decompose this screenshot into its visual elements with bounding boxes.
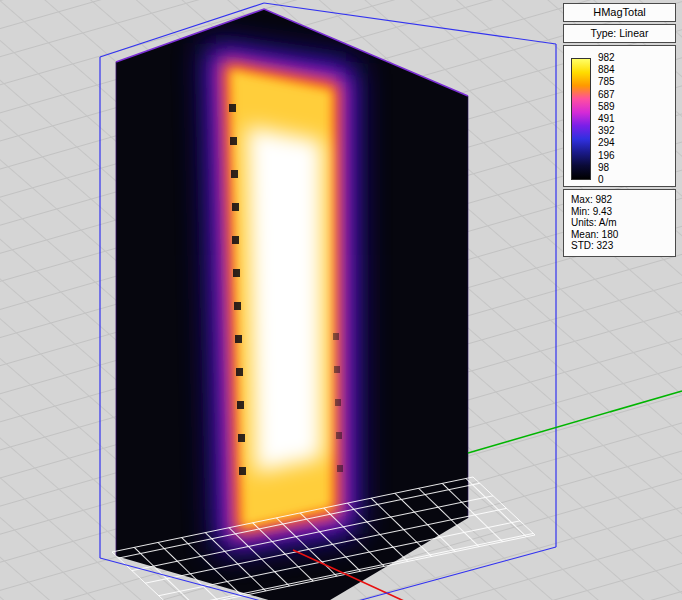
- tick-label: 884: [598, 65, 615, 75]
- stat-units: Units: A/m: [571, 217, 673, 229]
- field-magnitude-glow: [205, 42, 357, 553]
- legend-title: HMagTotal: [593, 6, 646, 18]
- tick-label: 0: [598, 175, 615, 185]
- legend-tick-labels: 982 884 785 687 589 491 392 294 196 98 0: [598, 53, 615, 185]
- stat-min: Min: 9.43: [571, 206, 673, 218]
- field-plot-legend[interactable]: HMagTotal Type: Linear 982 884 785 687 5…: [563, 3, 676, 259]
- stat-mean: Mean: 180: [571, 229, 673, 241]
- modeler-viewport[interactable]: HMagTotal Type: Linear 982 884 785 687 5…: [0, 0, 682, 600]
- legend-stats-panel[interactable]: Max: 982 Min: 9.43 Units: A/m Mean: 180 …: [563, 189, 676, 257]
- legend-colorbar: [571, 58, 591, 180]
- tick-label: 982: [598, 53, 615, 63]
- legend-type-panel[interactable]: Type: Linear: [563, 24, 676, 43]
- legend-scale-panel[interactable]: 982 884 785 687 589 491 392 294 196 98 0: [563, 45, 676, 187]
- tick-label: 98: [598, 163, 615, 173]
- tick-label: 491: [598, 114, 615, 124]
- tick-label: 294: [598, 138, 615, 148]
- tick-label: 196: [598, 151, 615, 161]
- tick-label: 392: [598, 126, 615, 136]
- stat-std: STD: 323: [571, 240, 673, 252]
- tick-label: 687: [598, 90, 615, 100]
- stat-max: Max: 982: [571, 194, 673, 206]
- legend-title-panel[interactable]: HMagTotal: [563, 3, 676, 22]
- tick-label: 785: [598, 77, 615, 87]
- legend-scale-type: Type: Linear: [591, 27, 649, 39]
- tick-label: 589: [598, 102, 615, 112]
